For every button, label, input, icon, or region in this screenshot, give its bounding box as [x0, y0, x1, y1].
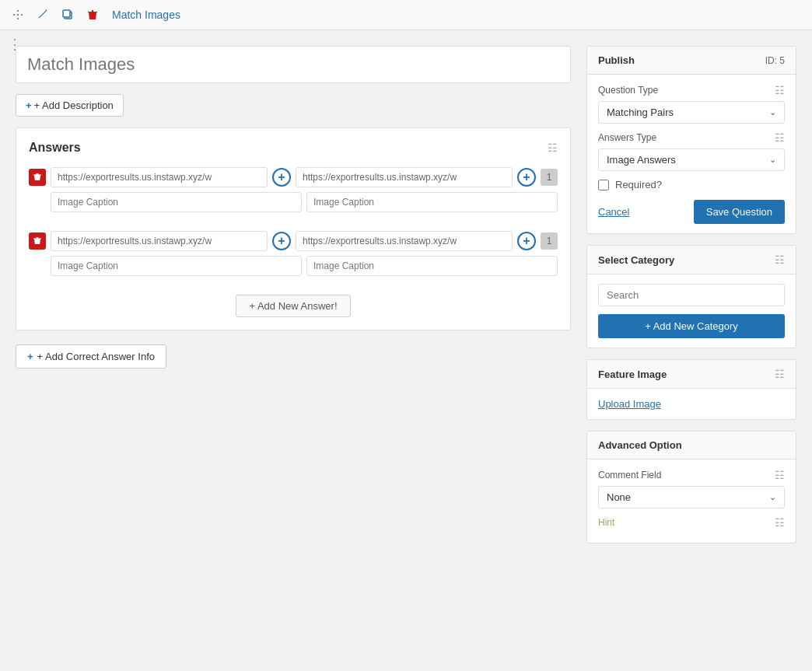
answer-1-number: 1 [541, 169, 558, 186]
hint-doc-icon: ☷ [775, 516, 785, 529]
add-new-category-button[interactable]: + Add New Category [598, 314, 785, 338]
advanced-option-title: Advanced Option [598, 439, 682, 451]
feature-image-title: Feature Image [598, 369, 667, 380]
add-correct-answer-button[interactable]: + + Add Correct Answer Info [16, 344, 166, 369]
page-title: Match Images [112, 9, 180, 21]
hint-label: Hint [598, 517, 614, 528]
feature-image-box: Feature Image ☷ Upload Image [586, 359, 796, 420]
select-category-title: Select Category [598, 254, 674, 266]
answer-row-top-2: + + 1 [29, 231, 558, 251]
answers-title: Answers [29, 141, 81, 155]
publish-box: Publish ID: 5 Question Type ☷ Matching P… [586, 46, 796, 234]
feature-image-doc-icon: ☷ [775, 368, 785, 380]
question-type-label: Question Type [598, 85, 658, 96]
answer-row: + + 1 [29, 231, 558, 285]
answer-2-number: 1 [541, 232, 558, 250]
answer-1-url2-input[interactable] [296, 167, 513, 187]
comment-field-chevron: ⌄ [769, 492, 776, 502]
add-description-label: + Add Description [34, 100, 114, 111]
select-category-box: Select Category ☷ + Add New Category [586, 245, 796, 348]
question-title-input[interactable] [16, 46, 571, 83]
add-image-2-right-button[interactable]: + [517, 232, 536, 250]
add-answer-wrapper: + Add New Answer! [29, 295, 558, 317]
copy-icon[interactable] [59, 6, 76, 23]
answer-row-bottom-2 [29, 256, 558, 276]
advanced-option-header: Advanced Option [587, 432, 796, 460]
publish-header: Publish ID: 5 [587, 47, 796, 75]
answer-row: + + 1 [29, 167, 558, 222]
category-search-input[interactable] [598, 284, 785, 306]
question-type-label-row: Question Type ☷ [598, 84, 785, 96]
add-image-2-left-button[interactable]: + [272, 232, 291, 250]
feature-image-body: Upload Image [587, 389, 796, 419]
answers-type-select[interactable]: Image Answers ⌄ [598, 149, 785, 171]
answer-2-url2-input[interactable] [296, 231, 513, 251]
question-type-doc-icon: ☷ [775, 84, 785, 96]
select-category-body: + Add New Category [587, 274, 796, 348]
answer-row-top-1: + + 1 [29, 167, 558, 187]
delete-answer-1-button[interactable] [29, 169, 46, 186]
main-layout: + + Add Description Answers ☷ + + 1 [0, 30, 812, 559]
edit-icon[interactable] [34, 6, 51, 23]
publish-body: Question Type ☷ Matching Pairs ⌄ Answers… [587, 75, 796, 233]
svg-rect-1 [63, 10, 70, 17]
correct-answer-label: + Add Correct Answer Info [37, 351, 155, 362]
answers-type-chevron: ⌄ [769, 155, 776, 165]
select-category-header: Select Category ☷ [587, 246, 796, 274]
answer-1-caption1-input[interactable] [51, 192, 302, 212]
publish-title: Publish [598, 54, 635, 66]
correct-answer-section: + + Add Correct Answer Info [16, 344, 571, 369]
publish-id: ID: 5 [765, 55, 785, 66]
add-image-1-right-button[interactable]: + [517, 168, 536, 187]
answer-2-caption1-input[interactable] [51, 256, 302, 276]
required-label: Required? [615, 179, 662, 190]
answers-doc-icon: ☷ [548, 142, 558, 154]
question-type-chevron: ⌄ [769, 107, 776, 117]
save-question-button[interactable]: Save Question [694, 200, 785, 224]
answers-type-label: Answers Type [598, 132, 656, 143]
feature-image-header: Feature Image ☷ [587, 360, 796, 389]
drag-handle: ⋮ [8, 36, 22, 53]
answers-section: Answers ☷ + + 1 [16, 128, 571, 330]
comment-field-label: Comment Field [598, 470, 661, 481]
question-type-value: Matching Pairs [607, 107, 674, 118]
hint-label-row: Hint ☷ [598, 516, 785, 529]
right-panel: Publish ID: 5 Question Type ☷ Matching P… [586, 46, 796, 543]
question-type-select[interactable]: Matching Pairs ⌄ [598, 101, 785, 124]
add-new-answer-button[interactable]: + Add New Answer! [236, 295, 350, 317]
delete-answer-2-button[interactable] [29, 232, 46, 250]
answer-2-url1-input[interactable] [51, 231, 268, 251]
answer-1-url1-input[interactable] [51, 167, 268, 187]
answer-row-bottom-1 [29, 192, 558, 212]
required-row: Required? [598, 179, 785, 190]
answer-2-caption2-input[interactable] [306, 256, 558, 276]
advanced-option-box: Advanced Option Comment Field ☷ None ⌄ H… [586, 431, 796, 543]
select-category-doc-icon: ☷ [775, 253, 785, 266]
answer-1-caption2-input[interactable] [306, 192, 558, 212]
action-row: Cancel Save Question [598, 200, 785, 224]
answers-type-label-row: Answers Type ☷ [598, 131, 785, 144]
answers-header: Answers ☷ [29, 141, 558, 155]
plus-icon: + [26, 100, 32, 111]
comment-field-doc-icon: ☷ [775, 469, 785, 481]
comment-field-label-row: Comment Field ☷ [598, 469, 785, 481]
add-image-1-left-button[interactable]: + [272, 168, 291, 187]
move-icon[interactable] [9, 6, 26, 23]
answers-type-value: Image Answers [607, 154, 676, 166]
left-panel: + + Add Description Answers ☷ + + 1 [16, 46, 571, 543]
add-description-button[interactable]: + + Add Description [16, 94, 124, 117]
answers-type-doc-icon: ☷ [775, 131, 785, 144]
advanced-option-body: Comment Field ☷ None ⌄ Hint ☷ [587, 460, 796, 543]
required-checkbox[interactable] [598, 180, 609, 190]
delete-icon[interactable] [84, 6, 101, 23]
comment-field-select[interactable]: None ⌄ [598, 486, 785, 508]
plus-icon-correct: + [27, 351, 33, 362]
add-answer-label: + Add New Answer! [249, 300, 337, 312]
upload-image-link[interactable]: Upload Image [598, 398, 661, 410]
comment-field-value: None [607, 491, 631, 503]
toolbar: Match Images ⋮ [0, 0, 812, 30]
cancel-button[interactable]: Cancel [598, 206, 629, 218]
